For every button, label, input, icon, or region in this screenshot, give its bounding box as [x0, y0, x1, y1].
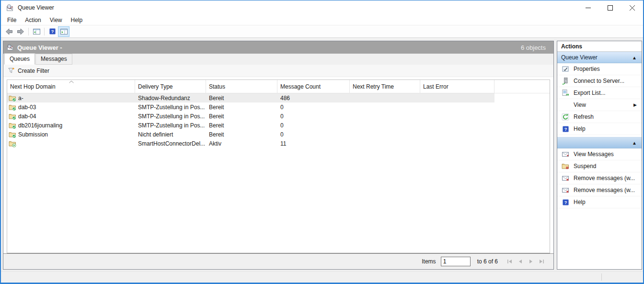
action-suspend[interactable]: Suspend: [557, 160, 642, 172]
show-console-tree-button[interactable]: [31, 26, 42, 37]
action-refresh[interactable]: Refresh: [557, 111, 642, 123]
cell-status: Bereit: [206, 130, 277, 139]
first-page-icon: [506, 258, 514, 265]
table-row[interactable]: a- Shadow-Redundanz Bereit 486: [7, 93, 494, 102]
actions-section-selected-queue[interactable]: ▲: [557, 137, 642, 148]
cell-message-count: 0: [277, 112, 350, 121]
items-page-input[interactable]: [441, 257, 471, 266]
first-page-button[interactable]: [505, 257, 515, 266]
column-label: Status: [209, 83, 225, 90]
action-remove-messages-2[interactable]: Remove messages (w...: [557, 184, 642, 196]
cell-message-count: 0: [277, 130, 350, 139]
action-export-list[interactable]: Export List...: [557, 87, 642, 99]
last-page-button[interactable]: [536, 257, 547, 266]
maximize-icon: [608, 5, 613, 11]
cell-last-error: [420, 112, 494, 121]
toolbar-separator: [28, 28, 29, 35]
folder-check-icon: [9, 103, 16, 111]
status-bar-divider: [601, 273, 602, 281]
table-row[interactable]: db2016journaling SMTP-Zustellung in Pos.…: [7, 121, 494, 130]
object-count: 6 objects: [521, 44, 546, 51]
action-view-messages[interactable]: View Messages: [557, 148, 642, 160]
back-button[interactable]: [3, 26, 15, 37]
action-connect-to-server[interactable]: Connect to Server...: [557, 75, 642, 87]
pane-title: Queue Viewer -: [17, 44, 62, 51]
properties-icon: [562, 65, 569, 73]
action-label: Remove messages (w...: [574, 175, 635, 182]
help-icon: [49, 28, 56, 35]
help-icon: [562, 199, 569, 206]
help-icon: [562, 125, 569, 133]
cell-next-retry-time: [350, 112, 420, 121]
action-help[interactable]: Help: [557, 123, 642, 135]
action-help-2[interactable]: Help: [557, 196, 642, 208]
result-pane: Queue Viewer - 6 objects Queues Messages…: [3, 41, 554, 270]
queues-listview: Next Hop Domain Delivery Type Status Mes…: [7, 80, 550, 253]
actions-section-queue-viewer[interactable]: Queue Viewer ▲: [557, 52, 642, 63]
menu-help[interactable]: Help: [67, 16, 87, 24]
list-area: Next Hop Domain Delivery Type Status Mes…: [3, 77, 553, 253]
tab-queues[interactable]: Queues: [4, 53, 35, 65]
next-page-button[interactable]: [526, 257, 536, 266]
minimize-button[interactable]: [577, 0, 599, 15]
actions-pane: Actions Queue Viewer ▲ Properties Connec…: [557, 41, 642, 270]
table-row[interactable]: SmartHostConnectorDel... Aktiv 11: [7, 139, 494, 148]
cell-next-retry-time: [350, 130, 420, 139]
envelope-icon: [562, 150, 569, 158]
previous-page-button[interactable]: [515, 257, 526, 266]
cell-delivery-type: Shadow-Redundanz: [135, 93, 206, 102]
cell-next-hop-domain: a-: [18, 95, 23, 102]
column-header-last-error[interactable]: Last Error: [420, 80, 494, 93]
column-label: Next Retry Time: [353, 83, 394, 90]
cell-status: Bereit: [206, 112, 277, 121]
menu-view[interactable]: View: [46, 16, 67, 24]
action-label: Connect to Server...: [574, 78, 624, 84]
action-label: Export List...: [574, 90, 606, 96]
forward-button[interactable]: [15, 26, 26, 37]
next-page-icon: [527, 258, 535, 265]
last-page-icon: [538, 258, 545, 265]
help-toolbar-button[interactable]: [46, 26, 58, 37]
cell-next-retry-time: [350, 139, 420, 148]
menu-action[interactable]: Action: [21, 16, 45, 24]
cell-status: Bereit: [206, 93, 277, 102]
column-header-message-count[interactable]: Message Count: [277, 80, 350, 93]
action-label: Suspend: [574, 163, 596, 170]
cell-next-retry-time: [350, 102, 420, 112]
column-header-next-hop-domain[interactable]: Next Hop Domain: [7, 80, 135, 93]
cell-message-count: 486: [277, 93, 350, 102]
action-label: Refresh: [574, 114, 594, 120]
remove-envelope-icon: [562, 186, 569, 194]
action-label: View Messages: [574, 151, 614, 158]
column-header-status[interactable]: Status: [206, 80, 277, 93]
column-label: Next Hop Domain: [10, 83, 56, 90]
menu-file[interactable]: File: [3, 16, 21, 24]
cell-next-hop-domain: dab-03: [18, 104, 36, 111]
tab-messages[interactable]: Messages: [35, 54, 72, 65]
cell-message-count: 11: [277, 139, 350, 148]
cell-status: Bereit: [206, 121, 277, 130]
action-view[interactable]: View ▶: [557, 99, 642, 111]
table-row[interactable]: dab-04 SMTP-Zustellung in Pos... Bereit …: [7, 112, 494, 121]
folder-check-icon: [9, 131, 16, 138]
listview-header: Next Hop Domain Delivery Type Status Mes…: [7, 80, 550, 93]
show-action-pane-button[interactable]: [58, 26, 69, 37]
table-row[interactable]: Submission Nicht definiert Bereit 0: [7, 130, 494, 139]
cell-last-error: [420, 102, 494, 112]
action-properties[interactable]: Properties: [557, 63, 642, 75]
cell-delivery-type: SMTP-Zustellung in Pos...: [135, 102, 206, 112]
action-remove-messages-1[interactable]: Remove messages (w...: [557, 172, 642, 184]
create-filter-button[interactable]: Create Filter: [3, 65, 553, 77]
maximize-button[interactable]: [599, 0, 621, 15]
items-label: Items: [422, 258, 436, 265]
action-label: Remove messages (w...: [574, 187, 635, 193]
folder-check-icon: [9, 94, 16, 102]
folder-check-icon: [9, 113, 16, 120]
cell-last-error: [420, 139, 494, 148]
table-row[interactable]: dab-03 SMTP-Zustellung in Pos... Bereit …: [7, 102, 494, 112]
close-button[interactable]: [621, 0, 643, 15]
column-header-delivery-type[interactable]: Delivery Type: [135, 80, 206, 93]
toolbar: [1, 25, 643, 38]
column-header-next-retry-time[interactable]: Next Retry Time: [350, 80, 420, 93]
tab-strip: Queues Messages: [3, 54, 553, 65]
